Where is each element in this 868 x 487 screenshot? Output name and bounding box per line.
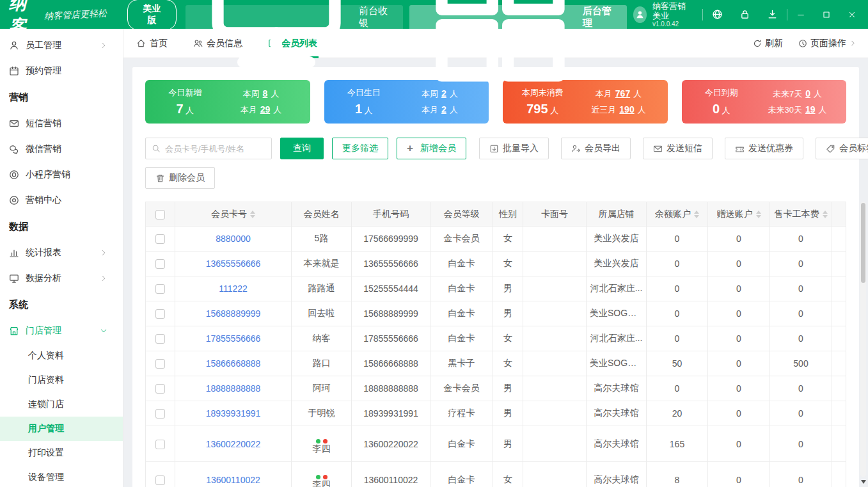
member-export-button[interactable]: 会员导出: [561, 138, 631, 159]
sidebar-item[interactable]: 数据分析: [0, 266, 123, 291]
col-header[interactable]: 售卡工本费: [770, 202, 832, 227]
button-label: 新增会员: [420, 143, 456, 154]
col-header[interactable]: 会员姓名: [292, 202, 352, 227]
row-checkbox[interactable]: [155, 409, 165, 419]
member-card-link[interactable]: 8880000: [216, 234, 251, 244]
send-sms-button[interactable]: 发送短信: [643, 138, 713, 159]
col-header[interactable]: 所属店铺: [587, 202, 647, 227]
header-nav-tab[interactable]: 后台管理: [409, 5, 627, 29]
cell-gift: 0: [708, 251, 770, 276]
header-checkbox[interactable]: [155, 210, 165, 220]
sidebar-item[interactable]: 微信营销: [0, 136, 123, 162]
minimize-icon[interactable]: [796, 10, 805, 19]
sidebar-item[interactable]: 预约管理: [0, 58, 123, 84]
cell-fee: 500: [770, 351, 832, 376]
col-header[interactable]: 性别: [493, 202, 523, 227]
batch-import-button[interactable]: 批量导入: [479, 138, 549, 159]
scrollbar-thumb[interactable]: [861, 203, 865, 283]
member-card-link[interactable]: 18888888888: [206, 383, 261, 394]
member-card-link[interactable]: 17855556666: [206, 333, 261, 344]
row-checkbox[interactable]: [155, 309, 165, 319]
detail-value[interactable]: 767: [615, 88, 630, 99]
member-name: 5路: [315, 233, 329, 243]
sidebar-item[interactable]: 营销中心: [0, 188, 123, 213]
member-card-link[interactable]: 13600220022: [206, 439, 261, 449]
row-checkbox[interactable]: [155, 334, 165, 344]
row-checkbox[interactable]: [155, 284, 165, 294]
header-nav-tab[interactable]: 前台收银: [185, 5, 403, 29]
sidebar-item[interactable]: 短信营销: [0, 111, 123, 136]
sort-icon[interactable]: [756, 211, 761, 218]
sidebar-subitem[interactable]: 门店资料: [0, 368, 123, 392]
button-label: 更多筛选: [342, 143, 378, 154]
sidebar-subitem[interactable]: 打印设置: [0, 441, 123, 465]
cell-gift: 0: [708, 351, 770, 376]
sidebar-section: 数据: [0, 213, 123, 240]
member-card-link[interactable]: 111222: [219, 283, 248, 294]
row-checkbox[interactable]: [155, 475, 165, 485]
refresh-button[interactable]: 刷新: [753, 38, 783, 49]
member-card-link[interactable]: 13600110022: [206, 475, 260, 485]
row-checkbox[interactable]: [155, 359, 165, 369]
stat-card-detail-row: 本月2人: [422, 104, 458, 116]
row-checkbox[interactable]: [155, 234, 165, 244]
sidebar-subitem[interactable]: 设备管理: [0, 465, 123, 487]
cell-level: 白金卡: [430, 462, 493, 487]
member-card-link[interactable]: 15866668888: [206, 358, 261, 369]
more-filter-button[interactable]: 更多筛选: [332, 138, 388, 159]
detail-value[interactable]: 29: [260, 104, 271, 115]
maximize-icon[interactable]: [822, 10, 831, 19]
cell-card-face: [523, 251, 587, 276]
tab-首页[interactable]: 首页: [135, 29, 169, 58]
query-button[interactable]: 查询: [280, 138, 324, 159]
detail-value[interactable]: 190: [619, 104, 634, 115]
sidebar-subitem[interactable]: 个人资料: [0, 344, 123, 368]
sort-icon[interactable]: [250, 211, 255, 218]
search-input[interactable]: [165, 144, 265, 154]
edition-badge[interactable]: 美业版: [127, 0, 177, 30]
col-header[interactable]: 余额账户: [647, 202, 708, 227]
detail-label: 未来7天: [773, 88, 802, 100]
globe-icon[interactable]: [712, 9, 723, 20]
row-checkbox[interactable]: [155, 440, 165, 449]
page-ops-button[interactable]: 页面操作: [798, 38, 856, 49]
member-card-link[interactable]: 13655556666: [206, 259, 261, 269]
sort-icon[interactable]: [823, 211, 828, 218]
sidebar-item[interactable]: 门店管理: [0, 318, 123, 344]
sidebar-subitem[interactable]: 连锁门店: [0, 392, 123, 417]
close-icon[interactable]: [848, 10, 856, 19]
member-card-link[interactable]: 15688889999: [206, 308, 261, 319]
delete-member-button[interactable]: 删除会员: [145, 167, 215, 189]
cell-card-no: 15866668888: [175, 351, 292, 376]
row-checkbox[interactable]: [155, 259, 165, 269]
avatar: [633, 6, 647, 23]
row-checkbox[interactable]: [155, 384, 165, 394]
lock-icon[interactable]: [739, 9, 750, 20]
detail-value[interactable]: 2: [441, 104, 446, 115]
chevron-down-icon: [100, 327, 107, 335]
col-header[interactable]: 会员卡号: [175, 202, 292, 227]
col-header[interactable]: 会员等级: [430, 202, 493, 227]
download-icon[interactable]: [767, 9, 778, 20]
add-member-button[interactable]: +新增会员: [397, 138, 466, 159]
col-header[interactable]: 手机号码: [352, 202, 430, 227]
sort-icon[interactable]: [694, 211, 699, 218]
col-header-label: 会员姓名: [304, 209, 340, 219]
scroll-down-button[interactable]: [860, 478, 866, 486]
sidebar-item[interactable]: 统计报表: [0, 240, 123, 266]
sidebar-subitem[interactable]: 用户管理: [0, 417, 123, 441]
send-coupon-button[interactable]: 发送优惠券: [725, 138, 803, 159]
top-header: 纳客 纳客管店更轻松 美业版 前台收银后台管理 纳客营销美业 v1.0.0.42: [0, 0, 868, 29]
cell-card-no: 111222: [175, 276, 292, 301]
member-name: 李四: [295, 479, 348, 487]
header-user[interactable]: 纳客营销美业 v1.0.0.42: [633, 1, 694, 28]
col-header[interactable]: 卡面号: [523, 202, 587, 227]
detail-value[interactable]: 19: [805, 104, 816, 115]
scrollbar[interactable]: [860, 202, 866, 477]
red-dot-icon: [323, 475, 327, 479]
member-tag-button[interactable]: 会员标签: [816, 138, 868, 159]
sidebar-item[interactable]: 小程序营销: [0, 162, 123, 188]
col-header[interactable]: 赠送账户: [708, 202, 770, 227]
member-card-link[interactable]: 18939931991: [206, 408, 261, 419]
detail-value[interactable]: 0: [805, 88, 810, 99]
